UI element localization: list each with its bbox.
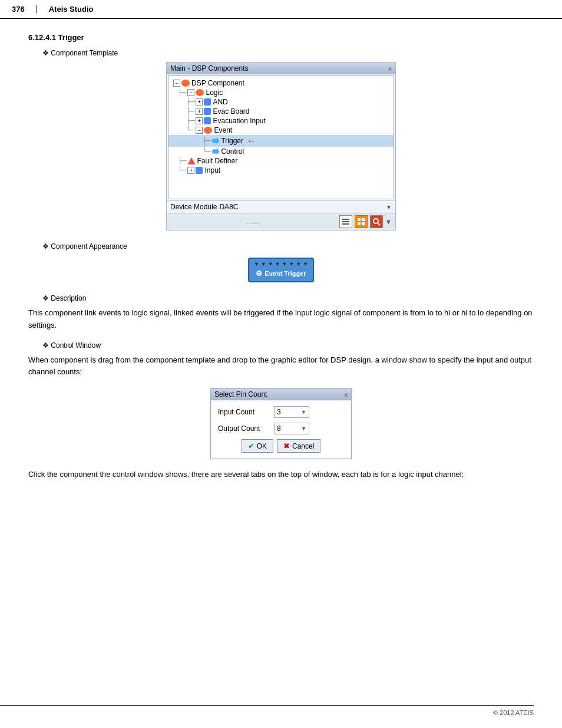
grid-view-button[interactable] [355, 215, 368, 228]
tree-line-logic: ├─ [178, 88, 186, 97]
section-heading: 6.12.4.1 Trigger [28, 33, 534, 42]
search-button[interactable] [370, 215, 383, 228]
input-count-row: Input Count 3 ▼ [218, 406, 344, 418]
tree-item-trigger[interactable]: ├─ Trigger ← [168, 135, 394, 147]
trigger-widget-label: ⊕ Event Trigger [254, 269, 308, 278]
output-count-arrow[interactable]: ▼ [301, 426, 306, 431]
cancel-button[interactable]: ✖ Cancel [277, 439, 320, 453]
control-window-text: When component is drag from the componen… [28, 354, 534, 379]
expand-input[interactable]: + [187, 167, 194, 174]
page-footer: © 2012 ATEIS [0, 705, 534, 716]
expand-evac-input[interactable]: + [196, 117, 203, 124]
pin-6: ▼ [289, 261, 294, 267]
copyright: © 2012 ATEIS [493, 709, 534, 716]
pin-7: ▼ [296, 261, 301, 267]
select-pin-titlebar: Select Pin Count x [211, 388, 351, 400]
list-view-button[interactable] [339, 215, 352, 228]
toolbar-dropdown[interactable]: ▼ [385, 218, 392, 225]
tree-item-fault-definer[interactable]: ├─ Fault Definer [168, 156, 394, 166]
tree-line-evac-input: ├─ [186, 117, 194, 125]
pin-2: ▼ [261, 261, 266, 267]
device-module-bar: Device Module DA8C ▼ [167, 200, 395, 213]
cancel-label: Cancel [292, 442, 314, 450]
control-icon [212, 148, 219, 155]
pin-4: ▼ [275, 261, 280, 267]
select-pin-dialog: Select Pin Count x Input Count 3 ▼ Outpu… [210, 388, 352, 459]
device-module-value: DA8C [219, 203, 386, 211]
tree-item-and[interactable]: ├─ + AND [168, 97, 394, 107]
click-description-text: Click the component the control window s… [28, 469, 534, 481]
component-appearance-area: ▼ ▼ ▼ ▼ ▼ ▼ ▼ ▼ ⊕ Event Trigger [28, 258, 534, 282]
tree-item-input[interactable]: └─ + Input [168, 166, 394, 175]
svg-rect-2 [342, 223, 349, 225]
cancel-icon: ✖ [283, 442, 290, 450]
evac-board-icon [204, 108, 211, 115]
ok-icon: ✔ [248, 442, 254, 450]
expand-event[interactable]: − [196, 127, 203, 134]
event-label: Event [214, 126, 232, 134]
tree-line-event: └─ [186, 126, 194, 134]
svg-point-7 [373, 219, 378, 223]
tree-line-evac: ├─ [186, 107, 194, 116]
toolbar-dots: ..... [170, 219, 337, 225]
input-icon [196, 167, 203, 174]
expand-logic[interactable]: − [187, 89, 194, 96]
tree-item-event[interactable]: └─ − Event [168, 126, 394, 135]
select-pin-close[interactable]: x [345, 391, 348, 398]
control-window-label: Control Window [42, 341, 534, 350]
ok-label: OK [257, 442, 267, 450]
page-header: 376 Ateis Studio [0, 0, 562, 19]
dsp-window-titlebar: Main - DSP Components x [167, 62, 395, 74]
dsp-icon [181, 80, 190, 87]
input-count-arrow[interactable]: ▼ [301, 409, 306, 415]
event-trigger-widget: ▼ ▼ ▼ ▼ ▼ ▼ ▼ ▼ ⊕ Event Trigger [248, 258, 314, 282]
dsp-tree-body: − DSP Component ├─ − Logic ├─ + AND ├─ [168, 75, 394, 199]
tree-line-control: └─ [203, 147, 211, 156]
input-label: Input [204, 166, 220, 174]
tree-item-evac-input[interactable]: ├─ + Evacuation Input [168, 116, 394, 126]
fault-icon [187, 157, 195, 164]
and-icon [204, 98, 211, 106]
and-label: AND [213, 98, 227, 106]
pin-1: ▼ [254, 261, 259, 267]
select-pin-title: Select Pin Count [214, 390, 267, 398]
pin-3: ▼ [268, 261, 273, 267]
dsp-component-label: DSP Component [191, 79, 244, 87]
output-count-field[interactable]: 8 ▼ [274, 423, 309, 434]
pin-8: ▼ [303, 261, 308, 267]
tree-item-evac-board[interactable]: ├─ + Evac Board [168, 107, 394, 116]
output-count-label: Output Count [218, 424, 274, 433]
ok-button[interactable]: ✔ OK [242, 439, 273, 453]
search-icon [372, 218, 381, 226]
expand-and[interactable]: + [196, 98, 203, 106]
output-count-row: Output Count 8 ▼ [218, 423, 344, 434]
red-arrow: ← [247, 136, 256, 146]
tree-line-fault: ├─ [178, 157, 186, 165]
content-area: 6.12.4.1 Trigger Component Template Main… [0, 19, 562, 505]
tree-item-control[interactable]: └─ Control [168, 147, 394, 156]
expand-dsp[interactable]: − [173, 80, 180, 87]
svg-rect-3 [358, 218, 361, 221]
svg-line-8 [378, 223, 380, 225]
tree-item-logic[interactable]: ├─ − Logic [168, 88, 394, 97]
pin-row-top: ▼ ▼ ▼ ▼ ▼ ▼ ▼ ▼ [254, 261, 308, 267]
fault-definer-label: Fault Definer [197, 157, 237, 165]
pin-dialog-buttons: ✔ OK ✖ Cancel [218, 439, 344, 453]
tree-item-dsp-component[interactable]: − DSP Component [168, 78, 394, 88]
input-count-label: Input Count [218, 408, 274, 416]
pin-5: ▼ [282, 261, 287, 267]
tree-line-input: └─ [178, 166, 186, 174]
logic-icon [196, 89, 204, 96]
select-pin-body: Input Count 3 ▼ Output Count 8 ▼ ✔ OK [212, 401, 350, 457]
dsp-window-close[interactable]: x [389, 65, 392, 72]
evac-board-label: Evac Board [213, 107, 249, 116]
app-title: Ateis Studio [49, 5, 94, 14]
expand-evac-board[interactable]: + [196, 108, 203, 115]
input-count-field[interactable]: 3 ▼ [274, 406, 309, 418]
description-text: This component link events to logic sign… [28, 307, 534, 332]
output-count-value: 8 [277, 424, 281, 433]
trigger-icon [212, 137, 219, 144]
tree-line-trigger: ├─ [203, 137, 211, 145]
device-module-dropdown[interactable]: ▼ [386, 204, 392, 210]
trigger-widget-text: Event Trigger [265, 270, 306, 277]
